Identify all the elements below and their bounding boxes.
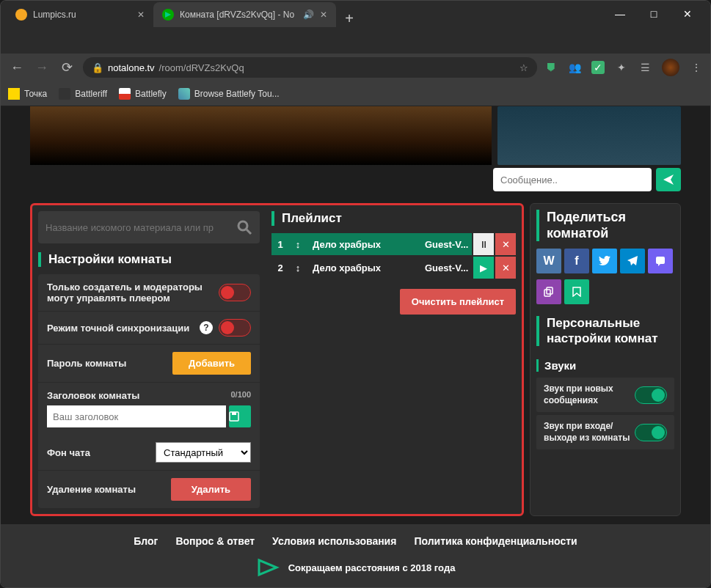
search-box[interactable] [38, 211, 260, 243]
logo-icon [256, 557, 281, 578]
setting-sync: Режим точной синхронизации ? [38, 312, 260, 345]
chat-input-row [1, 165, 710, 197]
tab-title: Lumpics.ru [33, 10, 76, 20]
room-title-input[interactable] [47, 405, 226, 427]
close-tab-icon[interactable]: ✕ [320, 10, 327, 20]
save-title-button[interactable] [229, 405, 251, 427]
chat-message-input[interactable] [493, 168, 652, 191]
svg-rect-3 [232, 412, 236, 415]
toggle-moderator[interactable] [219, 284, 251, 301]
footer-link[interactable]: Вопрос & ответ [175, 535, 255, 547]
bookmark-item[interactable]: Browse Battlefy Tou... [178, 88, 280, 100]
copy-link-button[interactable] [536, 279, 561, 304]
bookmark-label: Battleriff [75, 89, 107, 99]
delete-room-button[interactable]: Удалить [171, 478, 251, 501]
site-icon [119, 88, 131, 100]
close-window-button[interactable]: ✕ [671, 3, 704, 25]
chat-bg-select[interactable]: Стандартный [156, 442, 251, 463]
browser-window: Lumpics.ru ✕ Комната [dRVZs2KvQq] - No 🔊… [0, 0, 711, 588]
browser-tab-lumpics[interactable]: Lumpics.ru ✕ [7, 2, 153, 27]
footer-link[interactable]: Условия использования [272, 535, 396, 547]
share-facebook-button[interactable]: f [564, 249, 589, 273]
playlist-track-title[interactable]: Дело храбрых [307, 233, 422, 255]
room-title-label: Заголовок комнаты [47, 390, 139, 401]
highlighted-panel: Настройки комнаты Только создатель и мод… [30, 203, 524, 516]
setting-moderator: Только создатель и модераторы могут упра… [38, 274, 260, 312]
remove-item-button[interactable]: ✕ [495, 257, 516, 279]
audio-icon[interactable]: 🔊 [303, 10, 314, 20]
checkmark-icon[interactable]: ✓ [591, 61, 605, 74]
playlist-index: 2 [271, 257, 289, 279]
bookmark-label: Browse Battlefy Tou... [194, 89, 280, 99]
video-player[interactable] [30, 106, 492, 165]
help-icon[interactable]: ? [200, 321, 213, 334]
pause-button[interactable]: ⏸ [473, 233, 494, 255]
playlist-track-title[interactable]: Дело храбрых [307, 257, 422, 279]
bookmark-button[interactable] [564, 279, 589, 304]
drag-handle-icon[interactable]: ↕ [289, 257, 307, 279]
share-vk-button[interactable]: W [536, 249, 561, 273]
tagline-text: Сокращаем расстояния с 2018 года [288, 562, 456, 573]
clear-playlist-button[interactable]: Очистить плейлист [400, 289, 516, 315]
sound-new-msg-row: Звук при новых сообщениях [536, 378, 674, 412]
setting-chat-bg: Фон чата Стандартный [38, 435, 260, 471]
play-button[interactable]: ▶ [473, 257, 494, 279]
send-button[interactable] [656, 168, 681, 191]
setting-room-title: Заголовок комнаты 0/100 [38, 383, 260, 435]
minimize-button[interactable]: — [603, 3, 637, 25]
page-content: Настройки комнаты Только создатель и мод… [1, 106, 710, 588]
star-icon[interactable]: ☆ [519, 62, 528, 73]
bookmark-item[interactable]: Точка [8, 88, 47, 100]
remove-item-button[interactable]: ✕ [495, 233, 516, 255]
forward-button[interactable]: → [33, 60, 51, 76]
share-twitter-button[interactable] [592, 249, 617, 273]
bookmark-item[interactable]: Battlefly [119, 88, 167, 100]
address-bar-row: ← → ⟳ 🔒 notalone.tv/room/dRVZs2KvQq ☆ ⛊ … [1, 54, 710, 81]
browser-tab-notalone[interactable]: Комната [dRVZs2KvQq] - No 🔊 ✕ [153, 2, 336, 27]
side-thumbnail[interactable] [497, 106, 681, 165]
settings-title: Настройки комнаты [38, 252, 260, 267]
share-viber-button[interactable] [648, 249, 673, 273]
menu-icon[interactable]: ⋮ [690, 61, 703, 74]
footer-link[interactable]: Политика конфиденциальности [414, 535, 577, 547]
window-controls: — □ ✕ [597, 1, 710, 27]
footer-links: Блог Вопрос & ответ Условия использовани… [134, 535, 577, 547]
site-icon [178, 88, 190, 100]
playlist-column: Плейлист 1 ↕ Дело храбрых Guest-V... ⏸ ✕… [266, 211, 516, 508]
extensions-icon[interactable]: ✦ [615, 61, 628, 74]
settings-column: Настройки комнаты Только создатель и мод… [38, 211, 266, 508]
setting-label: Фон чата [47, 447, 150, 458]
add-password-button[interactable]: Добавить [172, 352, 251, 375]
address-bar[interactable]: 🔒 notalone.tv/room/dRVZs2KvQq ☆ [83, 57, 537, 78]
bookmark-label: Battlefly [135, 89, 167, 99]
bookmark-item[interactable]: Battleriff [59, 88, 107, 100]
close-tab-icon[interactable]: ✕ [137, 10, 145, 20]
playlist-title: Плейлист [271, 211, 516, 226]
playlist-item: 1 ↕ Дело храбрых Guest-V... ⏸ ✕ [271, 233, 516, 255]
reading-list-icon[interactable]: ☰ [638, 61, 652, 74]
search-input[interactable] [45, 222, 236, 233]
search-icon[interactable] [236, 219, 252, 235]
setting-password: Пароль комнаты Добавить [38, 345, 260, 383]
shield-icon[interactable]: ⛊ [544, 61, 558, 74]
share-title: Поделиться комнатой [536, 210, 674, 241]
toggle-sound-msg[interactable] [635, 386, 667, 404]
personal-settings-title: Персональные настройки комнат [536, 316, 674, 346]
sound-enter-exit-row: Звук при входе/выходе из комнаты [536, 415, 674, 449]
share-telegram-button[interactable] [620, 249, 645, 273]
reload-button[interactable]: ⟳ [58, 59, 76, 76]
svg-rect-4 [544, 290, 550, 296]
people-icon[interactable]: 👥 [568, 61, 581, 74]
toggle-sound-enter[interactable] [635, 424, 667, 441]
main-panels: Настройки комнаты Только создатель и мод… [1, 197, 710, 522]
favicon-icon [15, 9, 27, 21]
profile-avatar[interactable] [662, 59, 679, 76]
footer-link[interactable]: Блог [134, 535, 158, 547]
maximize-button[interactable]: □ [637, 3, 671, 25]
drag-handle-icon[interactable]: ↕ [289, 233, 307, 255]
bookmark-label: Точка [24, 89, 47, 99]
back-button[interactable]: ← [8, 60, 26, 76]
bookmarks-bar: Точка Battleriff Battlefly Browse Battle… [1, 81, 710, 106]
toggle-sync[interactable] [219, 319, 251, 337]
new-tab-button[interactable]: + [336, 10, 362, 27]
